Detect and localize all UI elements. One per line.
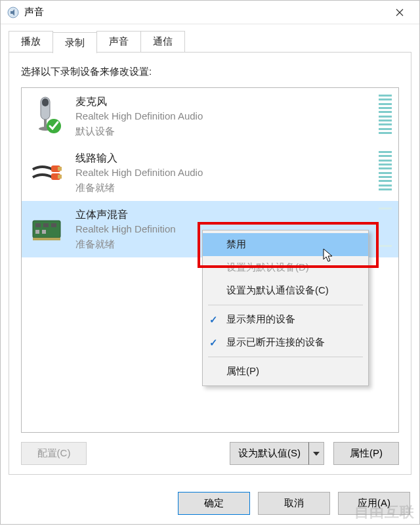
ctx-disable[interactable]: 禁用 [203,233,368,256]
device-name: 线路输入 [75,151,373,165]
ctx-properties[interactable]: 属性(P) [203,360,368,383]
device-row-linein[interactable]: 线路输入 Realtek High Definition Audio 准备就绪 [22,144,398,201]
dialog-button-row: 确定 取消 应用(A) [1,484,419,524]
dropdown-arrow-icon[interactable] [308,442,324,465]
linein-icon [28,151,65,193]
set-default-label[interactable]: 设为默认值(S) [230,442,308,465]
svg-rect-3 [44,120,47,127]
device-name: 立体声混音 [75,208,373,222]
level-meter [379,208,392,247]
close-button[interactable] [387,3,413,22]
device-row-microphone[interactable]: 麦克风 Realtek High Definition Audio 默认设备 [22,88,398,144]
cancel-button[interactable]: 取消 [258,492,330,515]
tab-record[interactable]: 录制 [52,32,97,53]
svg-rect-9 [58,175,62,179]
ctx-separator [208,357,363,357]
speaker-icon [7,7,19,18]
device-status: 默认设备 [75,124,373,139]
svg-rect-11 [35,223,41,227]
apply-button[interactable]: 应用(A) [338,492,410,515]
microphone-icon [28,95,65,137]
ok-button[interactable]: 确定 [178,492,250,515]
svg-rect-16 [33,238,60,240]
ctx-show-disabled[interactable]: ✓ 显示禁用的设备 [203,308,368,331]
ctx-set-default[interactable]: 设置为默认设备(D) [203,256,368,279]
svg-rect-2 [42,99,49,106]
svg-rect-10 [33,221,60,238]
page-description: 选择以下录制设备来修改设置: [21,66,399,78]
svg-rect-7 [58,167,62,171]
tab-strip: 播放 录制 声音 通信 [9,31,411,53]
context-menu: 禁用 设置为默认设备(D) 设置为默认通信设备(C) ✓ 显示禁用的设备 ✓ 显… [202,230,369,386]
device-name: 麦克风 [75,95,373,109]
soundcard-icon [28,208,65,250]
level-meter [379,151,392,190]
configure-button[interactable]: 配置(C) [21,442,87,465]
device-driver: Realtek High Definition Audio [75,165,373,181]
properties-button[interactable]: 属性(P) [333,442,399,465]
tab-sound[interactable]: 声音 [96,31,141,53]
check-icon: ✓ [209,337,218,349]
tab-comm[interactable]: 通信 [140,31,185,53]
check-icon: ✓ [209,314,218,326]
level-meter [379,95,392,134]
ctx-set-default-comm[interactable]: 设置为默认通信设备(C) [203,279,368,302]
titlebar: 声音 [1,1,419,24]
svg-rect-12 [43,223,49,227]
device-status: 准备就绪 [75,181,373,196]
set-default-button[interactable]: 设为默认值(S) [230,442,324,465]
ctx-show-disconnected[interactable]: ✓ 显示已断开连接的设备 [203,331,368,354]
tab-play[interactable]: 播放 [9,31,53,53]
bottom-button-row: 配置(C) 设为默认值(S) 属性(P) [21,442,399,465]
window-title: 声音 [24,6,387,18]
svg-rect-15 [42,230,46,234]
ctx-separator [208,305,363,305]
svg-rect-14 [35,230,39,234]
device-driver: Realtek High Definition Audio [75,109,373,124]
svg-rect-13 [51,223,56,227]
